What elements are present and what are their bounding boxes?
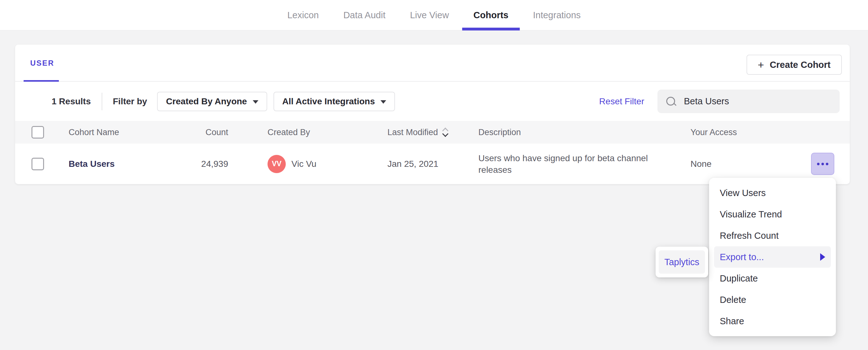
row-checkbox[interactable]	[31, 158, 44, 170]
create-cohort-button[interactable]: + Create Cohort	[746, 55, 842, 75]
chevron-down-icon	[253, 100, 258, 104]
submenu-arrow-icon	[820, 253, 825, 261]
search-icon	[665, 96, 676, 107]
cohort-count: 24,939	[178, 159, 228, 169]
last-modified-date: Jan 25, 2021	[388, 159, 478, 169]
column-header-last-modified: Last Modified	[388, 128, 438, 137]
menu-item-duplicate[interactable]: Duplicate	[709, 268, 836, 289]
tab-lexicon[interactable]: Lexicon	[287, 0, 319, 31]
top-nav: Lexicon Data Audit Live View Cohorts Int…	[0, 0, 868, 31]
create-cohort-label: Create Cohort	[770, 60, 831, 70]
more-dots-icon	[817, 163, 819, 165]
column-header-count: Count	[178, 128, 228, 137]
cohort-actions-menu: View Users Visualize Trend Refresh Count…	[709, 178, 836, 336]
plus-icon: +	[758, 59, 764, 70]
export-submenu: Taplytics	[656, 247, 708, 277]
menu-item-view-users[interactable]: View Users	[709, 182, 836, 204]
cohort-name-link[interactable]: Beta Users	[69, 159, 115, 169]
menu-item-visualize-trend[interactable]: Visualize Trend	[709, 204, 836, 225]
chevron-down-icon	[380, 100, 386, 104]
column-header-created-by: Created By	[268, 128, 388, 137]
filter-by-label: Filter by	[113, 97, 147, 106]
created-by-name: Vic Vu	[291, 159, 316, 169]
select-all-checkbox[interactable]	[31, 126, 44, 139]
more-dots-icon	[822, 163, 824, 165]
tab-data-audit[interactable]: Data Audit	[343, 0, 385, 31]
search-input[interactable]	[684, 96, 832, 106]
user-tab-indicator	[24, 80, 59, 82]
results-count: 1 Results	[52, 97, 91, 106]
menu-item-delete[interactable]: Delete	[709, 289, 836, 310]
tab-integrations[interactable]: Integrations	[533, 0, 581, 31]
created-by-dropdown-value: Created By Anyone	[166, 97, 247, 106]
tab-user[interactable]: USER	[24, 45, 61, 82]
column-header-your-access: Your Access	[690, 128, 811, 137]
active-tab-indicator	[462, 28, 520, 31]
integrations-dropdown-value: All Active Integrations	[282, 97, 375, 106]
submenu-item-taplytics[interactable]: Taplytics	[659, 250, 705, 274]
your-access-value: None	[690, 159, 811, 169]
avatar: VV	[268, 155, 286, 173]
tab-live-view[interactable]: Live View	[410, 0, 449, 31]
integrations-dropdown[interactable]: All Active Integrations	[274, 92, 395, 111]
created-by-dropdown[interactable]: Created By Anyone	[157, 92, 267, 111]
cohorts-panel: USER + Create Cohort 1 Results Filter by…	[15, 45, 850, 184]
cohort-description: Users who have signed up for beta channe…	[478, 152, 670, 176]
tab-cohorts-label: Cohorts	[473, 10, 508, 21]
search-box[interactable]	[657, 90, 840, 113]
menu-item-refresh-count[interactable]: Refresh Count	[709, 225, 836, 246]
filter-bar: 1 Results Filter by Created By Anyone Al…	[15, 82, 850, 121]
column-header-cohort-name: Cohort Name	[69, 128, 178, 137]
cohort-type-tabs: USER + Create Cohort	[15, 45, 850, 82]
more-dots-icon	[826, 163, 828, 165]
tab-cohorts[interactable]: Cohorts	[473, 0, 508, 31]
more-actions-button[interactable]	[811, 153, 834, 175]
divider	[102, 93, 102, 110]
column-header-description: Description	[478, 128, 690, 137]
menu-item-share[interactable]: Share	[709, 310, 836, 332]
reset-filter-link[interactable]: Reset Filter	[599, 97, 644, 106]
sort-icon[interactable]	[442, 128, 449, 137]
export-to-label: Export to...	[720, 252, 764, 262]
menu-item-export-to[interactable]: Export to...	[714, 246, 831, 268]
table-header-row: Cohort Name Count Created By Last Modifi…	[15, 121, 850, 144]
